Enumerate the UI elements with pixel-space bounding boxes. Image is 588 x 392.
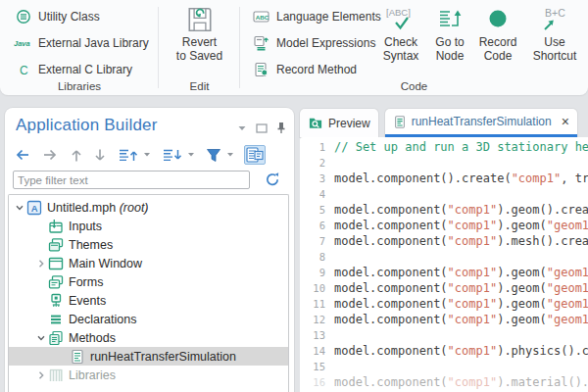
revert-to-saved-button[interactable]: Revertto Saved [166,4,234,63]
code-editor[interactable]: 1// Set up and run a 3D stationary he23m… [300,137,588,392]
use-shortcut-button[interactable]: B+C UseShortcut [523,4,586,63]
ribbon: Utility Class Java External Java Library… [0,0,588,95]
tree-item-inputs[interactable]: Inputs [9,217,288,235]
code-text: model.component("comp1").geom("geom1 [334,313,588,326]
refresh-icon[interactable] [265,172,280,187]
ribbon-group-label-libraries: Libraries [0,80,159,92]
line-number: 4 [300,188,334,200]
code-text: model.component("comp1").material(). [334,375,588,389]
float-panel-icon[interactable] [256,123,268,133]
sort-ascending-caret-icon[interactable] [143,152,151,158]
record-method-icon [252,62,270,77]
code-line-14[interactable]: 14model.component("comp1").physics().cr [300,343,588,359]
go-to-node-button[interactable]: Go toNode [427,4,472,63]
code-text: model.component("comp1").geom("geom1 [334,219,588,232]
filter-caret-icon[interactable] [226,152,234,158]
svg-text:B+C: B+C [545,7,565,19]
filter-input[interactable] [13,171,250,189]
code-text: model.component("comp1").geom("geom1 [334,266,588,279]
tree-item-methods[interactable]: Methods [9,328,288,347]
filter-icon[interactable] [205,147,222,164]
line-number: 9 [300,267,334,278]
chevron-down-icon[interactable] [34,333,48,343]
chevron-right-icon[interactable] [34,370,48,380]
tree-item-libraries[interactable]: Libraries [9,366,288,384]
record-code-button[interactable]: RecordCode [473,4,522,63]
code-line-13[interactable]: 13 [300,327,588,343]
utility-class-button[interactable]: Utility Class [10,3,155,29]
use-shortcut-icon: B+C [537,4,572,35]
ribbon-group-edit: Revertto Saved Edit [159,0,240,95]
line-number: 12 [300,314,334,325]
application-builder-panel: Application Builder AUntitled.mph (root)… [5,108,294,392]
back-icon[interactable] [13,147,31,163]
line-number: 11 [300,298,334,310]
code-line-1[interactable]: 1// Set up and run a 3D stationary he [300,139,588,155]
code-text: model.component().create("comp1", tr [334,172,588,185]
code-line-11[interactable]: 11model.component("comp1").geom("geom1 [300,296,588,312]
tree-item-events[interactable]: Events [9,291,288,310]
tab-run-heat-transfer-simulation[interactable]: runHeatTransferSimulation × [385,109,577,137]
external-java-library-button[interactable]: Java External Java Library [10,29,155,56]
code-line-7[interactable]: 7model.component("comp1").mesh().crea [300,233,588,249]
tree-item-forms[interactable]: Forms [9,272,288,291]
code-line-10[interactable]: 10model.component("comp1").geom("geom1 [300,280,588,296]
tree-item-main-window[interactable]: Main Window [9,254,288,272]
code-line-6[interactable]: 6model.component("comp1").geom("geom1 [300,218,588,233]
code-line-2[interactable]: 2 [300,155,588,171]
move-up-icon[interactable] [70,147,83,164]
tree-item-themes[interactable]: Themes [9,235,288,254]
sort-ascending-icon[interactable] [117,147,139,164]
code-line-5[interactable]: 5model.component("comp1").geom().crea [300,202,588,218]
tree-toolbar [13,143,290,167]
forward-icon[interactable] [41,147,60,163]
application-icon: A [26,200,42,216]
tree-item-runheattransfersimulation[interactable]: runHeatTransferSimulation [9,347,288,366]
code-text: // Set up and run a 3D stationary he [334,140,588,154]
tree-item-label: Untitled.mph (root) [47,201,149,215]
events-icon [48,293,64,309]
language-elements-label: Language Elements [276,10,381,24]
line-number: 14 [300,345,334,357]
code-line-15[interactable]: 15 [300,359,588,374]
inputs-icon [48,219,64,234]
close-tab-icon[interactable]: × [562,115,569,128]
method-icon [70,349,85,365]
line-number: 16 [300,376,334,388]
sort-descending-caret-icon[interactable] [187,152,195,158]
code-line-4[interactable]: 4 [300,186,588,202]
sort-descending-icon[interactable] [161,147,183,164]
svg-text:[ABC]: [ABC] [386,7,411,18]
svg-text:ABC: ABC [256,13,270,20]
tree-item-label: Declarations [69,313,136,326]
ribbon-group-label-code: Code [240,80,588,92]
svg-text:C: C [20,63,28,76]
check-syntax-button[interactable]: [ABC] CheckSyntax [375,4,426,63]
external-c-library-button[interactable]: C External C Library [10,56,155,82]
forms-icon [48,274,64,290]
code-line-16[interactable]: 16model.component("comp1").material(). [300,374,588,390]
code-line-12[interactable]: 12model.component("comp1").geom("geom1 [300,312,588,327]
tab-preview[interactable]: Preview [300,109,378,137]
move-down-icon[interactable] [93,147,107,164]
code-line-8[interactable]: 8 [300,249,588,265]
utility-class-label: Utility Class [38,10,100,24]
revert-to-saved-icon [185,4,215,35]
pin-panel-icon[interactable] [276,122,286,134]
svg-text:Java: Java [14,39,30,48]
java-icon: Java [14,35,32,51]
tree-item-label: Libraries [69,368,116,382]
tree-item-untitled-mph[interactable]: AUntitled.mph (root) [9,198,288,217]
model-tree-toggle-icon[interactable] [244,145,266,165]
chevron-down-icon[interactable] [13,203,26,213]
collapse-panel-icon[interactable] [237,124,247,132]
tree-item-declarations[interactable]: Declarations [9,310,288,328]
language-elements-icon: ABC [252,9,270,24]
chevron-right-icon[interactable] [34,259,48,269]
check-syntax-icon: [ABC] [383,4,418,35]
code-line-9[interactable]: 9model.component("comp1").geom("geom1 [300,265,588,280]
code-line-3[interactable]: 3model.component().create("comp1", tr [300,171,588,186]
tree-item-label: Forms [69,275,103,289]
line-number: 8 [300,251,334,263]
tree-item-label: Events [69,294,106,308]
